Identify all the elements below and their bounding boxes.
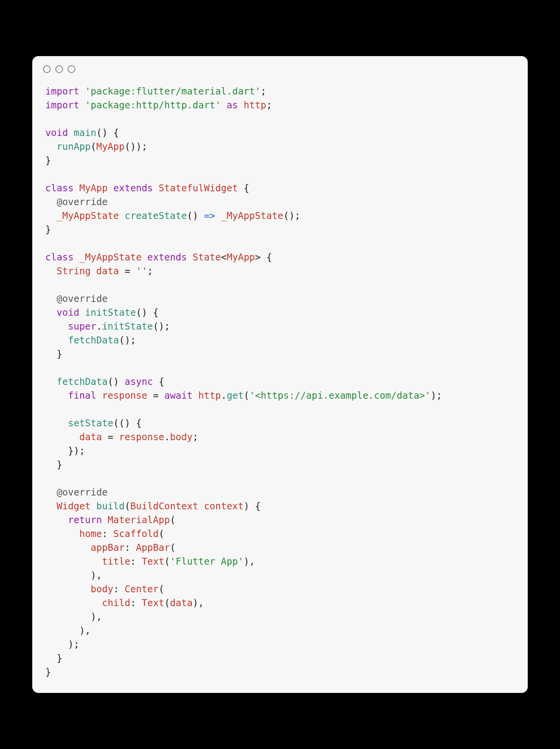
- code-line: void main() {: [45, 127, 119, 138]
- code-line: class MyApp extends StatefulWidget {: [45, 182, 249, 194]
- code-window: import 'package:flutter/material.dart'; …: [32, 56, 528, 693]
- code-line: return MaterialApp(: [45, 514, 176, 525]
- code-line: }: [45, 653, 62, 664]
- code-line: home: Scaffold(: [45, 528, 164, 539]
- code-line: }: [45, 459, 62, 470]
- code-line: appBar: AppBar(: [45, 542, 176, 553]
- code-line: runApp(MyApp());: [45, 141, 147, 152]
- code-line: ),: [45, 625, 91, 636]
- window-titlebar: [32, 56, 528, 77]
- code-line: }: [45, 155, 51, 166]
- code-line: _MyAppState createState() => _MyAppState…: [45, 210, 300, 221]
- code-line: @override: [45, 293, 108, 304]
- code-line: ),: [45, 570, 102, 581]
- code-line: @override: [45, 487, 108, 498]
- code-line: }: [45, 224, 51, 235]
- code-line: String data = '';: [45, 265, 153, 277]
- code-line: }: [45, 348, 62, 360]
- code-line: child: Text(data),: [45, 597, 204, 608]
- code-block: import 'package:flutter/material.dart'; …: [32, 77, 528, 693]
- code-line: }: [45, 666, 51, 678]
- code-line: final response = await http.get('<https:…: [45, 390, 442, 401]
- code-line: class _MyAppState extends State<MyApp> {: [45, 252, 272, 263]
- code-line: import 'package:http/http.dart' as http;: [45, 99, 272, 111]
- code-line: title: Text('Flutter App'),: [45, 556, 255, 567]
- code-line: void initState() {: [45, 307, 159, 318]
- traffic-light-zoom-icon[interactable]: [68, 65, 75, 73]
- code-line: fetchData();: [45, 335, 136, 346]
- code-line: fetchData() async {: [45, 376, 164, 387]
- code-line: body: Center(: [45, 583, 164, 595]
- traffic-light-minimize-icon[interactable]: [55, 65, 63, 73]
- code-line: data = response.body;: [45, 431, 198, 442]
- traffic-light-close-icon[interactable]: [43, 65, 51, 73]
- code-line: Widget build(BuildContext context) {: [45, 500, 261, 512]
- code-line: @override: [45, 196, 108, 207]
- code-line: });: [45, 445, 85, 456]
- code-line: setState(() {: [45, 418, 142, 429]
- code-line: );: [45, 639, 80, 650]
- code-line: import 'package:flutter/material.dart';: [45, 86, 266, 97]
- code-line: ),: [45, 611, 102, 622]
- code-line: super.initState();: [45, 321, 170, 332]
